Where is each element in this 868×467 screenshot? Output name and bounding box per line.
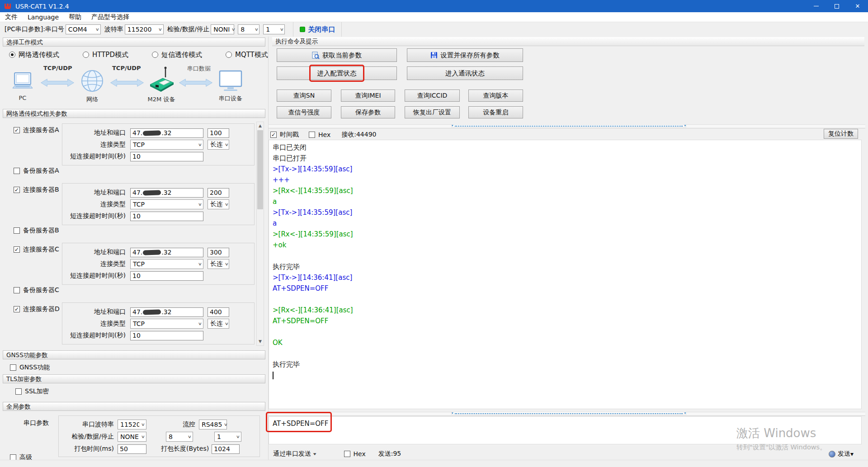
stopbits-select[interactable]: 1∨ bbox=[263, 24, 285, 34]
ssl-enable-checkbox[interactable]: SSL加密 bbox=[15, 387, 268, 396]
menu-product-model[interactable]: 产品型号选择 bbox=[86, 12, 134, 22]
scroll-down-icon[interactable]: ▼ bbox=[257, 338, 264, 345]
device-restart-button[interactable]: 设备重启 bbox=[468, 106, 523, 118]
server-b-keep-select[interactable]: 长连∨ bbox=[208, 199, 229, 209]
arrow-m2m-serial bbox=[179, 78, 212, 87]
server-d-timeout-input[interactable]: 10 bbox=[130, 331, 203, 340]
scroll-right-icon[interactable]: ▾ bbox=[684, 124, 686, 127]
radio-net-transparent[interactable]: 网络透传模式 bbox=[9, 51, 59, 59]
tls-header: TLS加密参数 bbox=[3, 374, 265, 383]
maximize-button[interactable] bbox=[826, 0, 847, 12]
log-horizontal-scrollbar[interactable]: ▾▾ bbox=[451, 124, 686, 127]
serial-device-node: 串口设备 bbox=[216, 70, 245, 103]
save-params-button[interactable]: 保存参数 bbox=[341, 106, 395, 118]
query-iccid-button[interactable]: 查询ICCID bbox=[405, 90, 460, 102]
close-button[interactable]: ✕ bbox=[847, 0, 868, 12]
global-parity-select[interactable]: NONE∨ bbox=[118, 432, 146, 442]
radio-httpd[interactable]: HTTPD模式 bbox=[83, 51, 128, 59]
magnifier-doc-icon bbox=[312, 52, 320, 59]
server-b-timeout-input[interactable]: 10 bbox=[130, 212, 203, 221]
send-button[interactable]: 发送 ▾ bbox=[829, 450, 854, 458]
log-line: +++ bbox=[273, 175, 858, 185]
scrollbar-thumb[interactable] bbox=[257, 130, 263, 209]
pack-length-input[interactable]: 1024 bbox=[212, 444, 240, 454]
global-databits-select[interactable]: 8∨ bbox=[166, 432, 193, 442]
menu-language[interactable]: Language bbox=[23, 12, 64, 22]
global-baud-select[interactable]: 115200∨ bbox=[118, 420, 146, 429]
server-d-keep-select[interactable]: 长连∨ bbox=[208, 319, 229, 329]
send-bar: 通过串口发送▾ Hex 发送:95 发送 ▾ bbox=[273, 448, 863, 460]
server-a-address-input[interactable]: 47..32 bbox=[130, 128, 203, 138]
server-a-fields: 地址和端口 47..32 100 连接类型 TCP∨ 长连∨ 短连接超时时间(秒… bbox=[62, 123, 255, 165]
server-d-address-input[interactable]: 47..32 bbox=[130, 307, 203, 317]
log-line: OK bbox=[273, 337, 858, 348]
serial-params-label: 串口参数 bbox=[24, 419, 49, 427]
close-serial-button[interactable]: 关闭串口 bbox=[293, 22, 342, 37]
menu-help[interactable]: 帮助 bbox=[64, 12, 86, 22]
server-a-backup-checkbox[interactable]: 备份服务器A bbox=[14, 167, 59, 175]
scroll-up-icon[interactable]: ▲ bbox=[257, 122, 264, 130]
server-c-port-input[interactable]: 300 bbox=[208, 248, 229, 257]
gnss-enable-checkbox[interactable]: GNSS功能 bbox=[10, 363, 268, 372]
query-imei-button[interactable]: 查询IMEI bbox=[341, 90, 395, 102]
global-flow-select[interactable]: RS485∨ bbox=[199, 420, 227, 429]
menu-file[interactable]: 文件 bbox=[0, 12, 23, 22]
set-save-all-button[interactable]: 设置并保存所有参数 bbox=[407, 48, 523, 62]
laptop-icon bbox=[11, 72, 34, 92]
databits-select[interactable]: 8∨ bbox=[238, 24, 259, 34]
server-d-port-input[interactable]: 400 bbox=[208, 307, 229, 317]
global-stopbits-select[interactable]: 1∨ bbox=[214, 432, 241, 442]
send-input[interactable]: AT+SDPEN=OFF bbox=[269, 416, 862, 444]
global-params-header: 全局参数 bbox=[3, 402, 265, 411]
send-hex-checkbox[interactable]: Hex bbox=[344, 450, 366, 458]
server-d-block: 连接服务器D 地址和端口 47..32 400 连接类型 TCP∨ 长连∨ bbox=[14, 305, 255, 313]
menubar: 文件 Language 帮助 产品型号选择 bbox=[0, 12, 868, 22]
minimize-button[interactable] bbox=[806, 0, 826, 12]
params-vertical-scrollbar[interactable]: ▲ ▼ bbox=[256, 122, 264, 346]
query-signal-button[interactable]: 查信号强度 bbox=[277, 106, 331, 118]
parity-select[interactable]: NONI∨ bbox=[211, 24, 234, 34]
log-line: >[Rx<-][14:35:59][asc] bbox=[273, 229, 858, 240]
reset-count-button[interactable]: 复位计数 bbox=[824, 129, 858, 139]
log-area[interactable]: 串口已关闭串口已打开>[Tx->][14:35:59][asc]+++>[Rx<… bbox=[269, 140, 862, 409]
timestamp-checkbox[interactable]: 时间戳 bbox=[270, 131, 299, 139]
query-version-button[interactable]: 查询版本 bbox=[468, 90, 523, 102]
server-a-timeout-input[interactable]: 10 bbox=[130, 152, 203, 161]
send-via-serial-dropdown[interactable]: 通过串口发送▾ bbox=[273, 450, 316, 458]
log-hex-checkbox[interactable]: Hex bbox=[309, 131, 330, 138]
send-horizontal-scrollbar[interactable]: ▾▾ bbox=[451, 412, 686, 415]
server-b-backup-checkbox[interactable]: 备份服务器B bbox=[14, 226, 59, 235]
pack-time-input[interactable]: 50 bbox=[118, 444, 146, 454]
log-line: >[Rx<-][14:36:41][asc] bbox=[273, 305, 858, 316]
server-c-backup-checkbox[interactable]: 备份服务器C bbox=[14, 286, 59, 294]
radio-sms[interactable]: 短信透传模式 bbox=[152, 51, 202, 59]
application-window: USR-CAT1 V1.2.4 ✕ 文件 Language 帮助 产品型号选择 … bbox=[0, 0, 868, 467]
com-port-select[interactable]: COM4∨ bbox=[66, 24, 101, 34]
server-d-type-select[interactable]: TCP∨ bbox=[130, 319, 203, 329]
query-sn-button[interactable]: 查询SN bbox=[277, 90, 331, 102]
server-c-type-select[interactable]: TCP∨ bbox=[130, 259, 203, 269]
log-line bbox=[273, 348, 858, 359]
server-b-port-input[interactable]: 200 bbox=[208, 188, 229, 198]
log-line: >[Tx->][14:35:59][asc] bbox=[273, 164, 858, 175]
server-c-address-input[interactable]: 47..32 bbox=[130, 248, 203, 257]
server-c-keep-select[interactable]: 长连∨ bbox=[208, 259, 229, 269]
factory-reset-button[interactable]: 恢复出厂设置 bbox=[405, 106, 460, 118]
send-options-chevron-icon[interactable]: ▾ bbox=[850, 450, 854, 458]
enter-config-button[interactable]: 进入配置状态 bbox=[277, 66, 397, 80]
server-a-port-input[interactable]: 100 bbox=[208, 128, 229, 138]
server-c-timeout-input[interactable]: 10 bbox=[130, 271, 203, 281]
server-b-type-select[interactable]: TCP∨ bbox=[130, 199, 203, 209]
enter-comm-button[interactable]: 进入通讯状态 bbox=[407, 66, 523, 80]
recv-count: 接收:44490 bbox=[341, 131, 376, 139]
server-a-keep-select[interactable]: 长连∨ bbox=[208, 140, 229, 150]
server-a-type-select[interactable]: TCP∨ bbox=[130, 140, 203, 150]
server-b-address-input[interactable]: 47..32 bbox=[130, 188, 203, 198]
server-c-block: 连接服务器C 地址和端口 47..32 300 连接类型 TCP∨ 长连∨ bbox=[14, 245, 255, 254]
radio-mqtt[interactable]: MQTT模式 bbox=[226, 51, 268, 59]
scroll-left-icon[interactable]: ▾ bbox=[452, 412, 453, 415]
scroll-left-icon[interactable]: ▾ bbox=[452, 124, 453, 127]
get-params-button[interactable]: 获取当前参数 bbox=[277, 48, 397, 62]
scroll-right-icon[interactable]: ▾ bbox=[684, 412, 686, 415]
baud-select[interactable]: 115200∨ bbox=[125, 24, 164, 34]
